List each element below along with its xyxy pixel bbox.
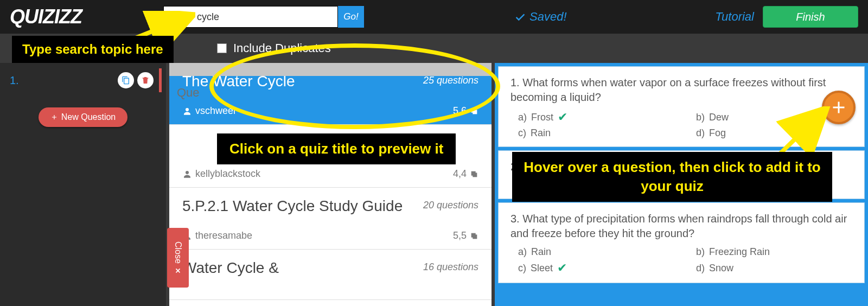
quiz-author: kellyblackstock bbox=[182, 168, 260, 180]
user-icon bbox=[182, 106, 192, 116]
user-icon bbox=[182, 169, 192, 179]
quiz-meta: kellyblackstock 4,4 bbox=[182, 168, 478, 180]
quiz-author-name: theresamabe bbox=[195, 230, 252, 241]
plus-icon bbox=[829, 98, 848, 117]
answer-grid: a) Frost ✔ b) Dew c) Rain d) Fog bbox=[510, 110, 852, 139]
plus-icon bbox=[50, 113, 58, 121]
close-panel-button[interactable]: Close bbox=[167, 228, 189, 288]
stack-icon bbox=[470, 232, 478, 240]
quiz-score: 4,4 bbox=[453, 168, 478, 180]
copy-icon bbox=[122, 76, 130, 85]
saved-status: Saved! bbox=[514, 10, 567, 24]
svg-point-0 bbox=[186, 108, 189, 111]
go-button[interactable]: Go! bbox=[338, 6, 364, 28]
quizizz-logo: QUIZIZZ bbox=[10, 5, 82, 28]
answer-option: a) Frost ✔ bbox=[518, 110, 674, 124]
include-duplicates-checkbox[interactable] bbox=[217, 43, 227, 53]
quiz-score-value: 4,4 bbox=[453, 168, 467, 180]
search-input[interactable] bbox=[163, 6, 338, 28]
panel-shade bbox=[169, 63, 492, 76]
stack-icon bbox=[470, 107, 478, 116]
saved-label: Saved! bbox=[529, 10, 567, 24]
search-wrap: Go! bbox=[163, 6, 364, 28]
quiz-author: theresamabe bbox=[182, 230, 252, 241]
question-actions bbox=[118, 72, 154, 88]
answer-option: c) Rain bbox=[518, 127, 674, 139]
svg-rect-5 bbox=[473, 173, 477, 177]
quiz-author-name: kellyblackstock bbox=[195, 168, 260, 180]
quiz-question-count: 20 questions bbox=[423, 200, 478, 211]
answer-option: a) Rain bbox=[518, 246, 674, 258]
answer-option: d) Snow bbox=[696, 261, 852, 275]
check-icon: ✔ bbox=[557, 261, 567, 275]
new-question-label: New Question bbox=[61, 112, 116, 122]
sidebar: 1. New Question bbox=[0, 63, 166, 306]
close-label: Close bbox=[173, 241, 183, 264]
quiz-score-value: 5,6 bbox=[453, 105, 467, 117]
quiz-question-count: 25 questions bbox=[423, 75, 478, 86]
answer-option: d) Fog bbox=[696, 127, 852, 139]
quiz-list: The Water Cycle 25 questions vschweer 5,… bbox=[169, 63, 492, 306]
question-preview[interactable]: 1. What forms when water vapor on a surf… bbox=[498, 66, 865, 147]
new-question-button[interactable]: New Question bbox=[39, 107, 127, 127]
copy-question-button[interactable] bbox=[118, 72, 134, 88]
svg-point-3 bbox=[186, 171, 189, 174]
check-icon bbox=[514, 11, 526, 23]
tutorial-link[interactable]: Tutorial bbox=[715, 10, 754, 24]
answer-option: b) Freezing Rain bbox=[696, 246, 852, 258]
check-icon: ✔ bbox=[558, 110, 567, 124]
quiz-author-name: vschweer bbox=[195, 105, 237, 117]
svg-rect-8 bbox=[473, 234, 477, 239]
question-text: 3. What type of precipitation forms when… bbox=[510, 212, 852, 241]
quiz-result[interactable]: Water Cycle & 16 questions bbox=[169, 250, 492, 300]
quiz-score-value: 5,5 bbox=[453, 230, 467, 241]
add-question-button[interactable] bbox=[822, 91, 856, 124]
question-row[interactable]: 1. bbox=[4, 68, 162, 92]
quiz-meta: theresamabe 5,5 bbox=[182, 230, 478, 241]
quiz-results-panel: Que The Water Cycle 25 questions vschwee… bbox=[166, 63, 495, 306]
quiz-meta: vschweer 5,6 bbox=[182, 105, 478, 117]
answer-option: c) Sleet ✔ bbox=[518, 261, 674, 275]
question-number: 1. bbox=[10, 74, 19, 87]
finish-button[interactable]: Finish bbox=[763, 6, 858, 28]
quiz-result[interactable]: 5.P.2.1 Water Cycle Study Guide 20 quest… bbox=[169, 188, 492, 250]
question-preview[interactable]: 3. What type of precipitation forms when… bbox=[498, 202, 865, 283]
app-header: QUIZIZZ Go! Saved! Tutorial Finish bbox=[0, 0, 868, 34]
svg-rect-2 bbox=[473, 110, 477, 114]
stack-icon bbox=[470, 170, 478, 178]
trash-icon bbox=[141, 76, 150, 85]
delete-question-button[interactable] bbox=[137, 72, 154, 88]
quiz-score: 5,5 bbox=[453, 230, 478, 241]
quiz-author: vschweer bbox=[182, 105, 237, 117]
include-duplicates-label: Include Duplicates bbox=[233, 41, 331, 55]
annotation-search: Type search topic here bbox=[12, 36, 174, 63]
questions-tab-label: Que bbox=[177, 86, 200, 100]
close-icon bbox=[174, 266, 182, 274]
annotation-quiz-title: Click on a quiz title to preview it bbox=[217, 133, 456, 164]
answer-grid: a) Rain b) Freezing Rain c) Sleet ✔ d) S… bbox=[510, 246, 852, 275]
question-text: 1. What forms when water vapor on a surf… bbox=[510, 75, 852, 105]
quiz-question-count: 16 questions bbox=[423, 262, 478, 273]
quiz-score: 5,6 bbox=[453, 105, 478, 117]
annotation-hover-add: Hover over a question, then click to add… bbox=[512, 152, 832, 202]
